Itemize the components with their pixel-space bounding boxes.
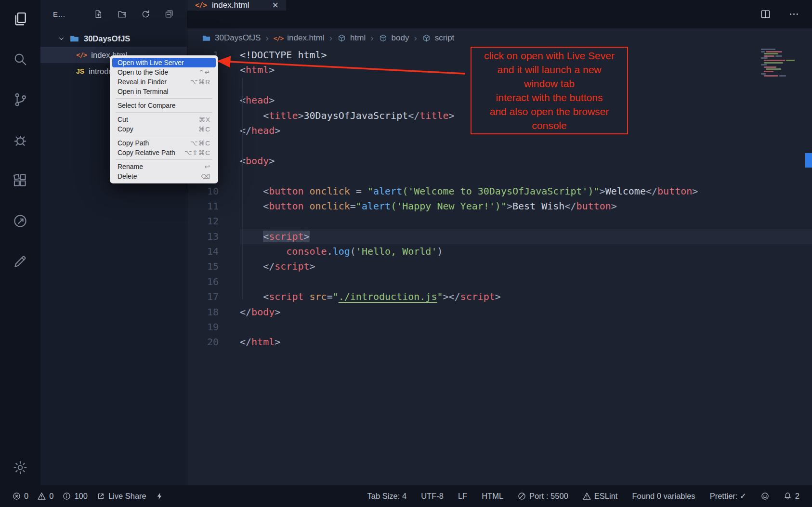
status-info-count[interactable]: 100 <box>63 492 88 501</box>
more-actions-button[interactable] <box>788 9 799 20</box>
new-file-button[interactable] <box>93 9 104 19</box>
code-line-9[interactable] <box>240 169 812 183</box>
code-token: title <box>269 110 298 121</box>
code-line-10[interactable]: <button onclick = "alert('Welcome to 30D… <box>240 184 812 199</box>
code-line-7[interactable] <box>240 138 812 153</box>
status-found-variables[interactable]: Found 0 variables <box>632 492 695 501</box>
line-number[interactable]: 10 <box>187 184 240 199</box>
code-token: </ <box>646 185 657 197</box>
minimap-bar <box>764 66 776 68</box>
line-number[interactable]: 17 <box>187 289 240 304</box>
code-token: script <box>269 231 303 242</box>
code-token <box>303 185 309 197</box>
breadcrumb-item-body[interactable]: body <box>379 33 409 43</box>
status-live-share[interactable]: Live Share <box>97 492 146 501</box>
menu-item-open-with-live-server[interactable]: Open with Live Server <box>112 58 216 67</box>
code-token: title <box>419 110 448 121</box>
code-token: </ <box>240 260 275 272</box>
menu-item-open-to-the-side[interactable]: Open to the Side⌃↵ <box>112 67 216 77</box>
breadcrumb-item-script[interactable]: script <box>422 33 455 43</box>
split-editor-button[interactable] <box>760 9 771 20</box>
status-problems-warnings[interactable]: 0 <box>38 492 53 501</box>
menu-item-copy[interactable]: Copy⌘C <box>112 124 216 134</box>
activity-search-button[interactable] <box>12 51 28 67</box>
breadcrumb: 30DaysOfJS›</>index.html›html›body›scrip… <box>187 28 812 48</box>
activity-pen-button[interactable] <box>12 253 28 270</box>
menu-item-copy-path[interactable]: Copy Path⌥⌘C <box>112 138 216 148</box>
breadcrumb-item-html[interactable]: html <box>337 33 366 43</box>
status-label: Prettier: ✓ <box>710 492 747 501</box>
line-number[interactable]: 11 <box>187 199 240 214</box>
code-line-14[interactable]: console.log('Hello, World') <box>240 244 812 259</box>
collapse-folders-button[interactable] <box>164 9 174 19</box>
line-number[interactable]: 14 <box>187 244 240 259</box>
search-icon <box>12 51 28 67</box>
code-line-13[interactable]: <script> <box>240 229 812 244</box>
status-tab-size[interactable]: Tab Size: 4 <box>367 492 407 501</box>
code-line-19[interactable] <box>240 320 812 335</box>
menu-item-select-for-compare[interactable]: Select for Compare <box>112 101 216 110</box>
code-line-11[interactable]: <button onclick="alert('Happy New Year!'… <box>240 199 812 214</box>
code-token: head <box>251 125 275 136</box>
status-eol[interactable]: LF <box>458 492 467 501</box>
status-eslint[interactable]: ESLint <box>583 492 618 501</box>
code-line-17[interactable]: <script src="./introduction.js"></script… <box>240 289 812 304</box>
line-number[interactable]: 20 <box>187 335 240 350</box>
code-line-18[interactable]: </body> <box>240 305 812 320</box>
menu-item-shortcut: ⌫ <box>201 172 210 180</box>
line-number[interactable]: 19 <box>187 320 240 335</box>
status-problems-errors[interactable]: 0 <box>13 492 28 501</box>
cube-icon <box>379 34 388 43</box>
activity-source-control-button[interactable] <box>12 91 28 108</box>
folder-item-30daysofjs[interactable]: 30DaysOfJS <box>40 30 187 47</box>
smiley-icon <box>761 492 769 500</box>
menu-item-rename[interactable]: Rename↩ <box>112 162 216 171</box>
code-line-15[interactable]: </script> <box>240 259 812 274</box>
code-line-8[interactable]: <body> <box>240 154 812 169</box>
line-number[interactable]: 13 <box>187 229 240 244</box>
code-token: ) <box>437 246 443 257</box>
code-token: log <box>333 246 350 257</box>
menu-item-delete[interactable]: Delete⌫ <box>112 171 216 181</box>
minimap[interactable] <box>761 49 804 78</box>
code-token: button <box>269 200 303 212</box>
status-live-server-port[interactable]: Port : 5500 <box>518 492 568 501</box>
activity-explorer-button[interactable] <box>12 11 28 27</box>
code-token: > <box>507 200 512 212</box>
line-number[interactable]: 12 <box>187 214 240 229</box>
status-notifications[interactable]: 2 <box>784 492 799 501</box>
line-number[interactable]: 16 <box>187 274 240 289</box>
breadcrumb-item-index-html[interactable]: </>index.html <box>274 33 325 43</box>
new-folder-button[interactable] <box>117 9 127 19</box>
code-line-12[interactable] <box>240 214 812 229</box>
menu-item-cut[interactable]: Cut⌘X <box>112 115 216 124</box>
overview-ruler-mark <box>805 153 812 168</box>
debug-icon <box>12 132 28 148</box>
menu-item-shortcut: ⌘X <box>198 116 210 123</box>
code-token: < <box>240 155 246 167</box>
status-encoding[interactable]: UTF-8 <box>421 492 444 501</box>
code-token: > <box>449 110 455 121</box>
menu-item-open-in-terminal[interactable]: Open in Terminal <box>112 87 216 96</box>
activity-live-share-button[interactable] <box>12 213 28 229</box>
status-label: Port : 5500 <box>529 492 568 501</box>
line-number[interactable]: 18 <box>187 305 240 320</box>
status-language-mode[interactable]: HTML <box>482 492 503 501</box>
code-token: ./introduction.js <box>339 291 437 302</box>
breadcrumb-item-30daysofjs[interactable]: 30DaysOfJS <box>202 33 261 43</box>
line-number[interactable]: 15 <box>187 259 240 274</box>
activity-debug-button[interactable] <box>12 132 28 148</box>
tab-index-html[interactable]: </>index.html× <box>187 0 286 11</box>
close-icon[interactable]: × <box>272 0 278 11</box>
activity-extensions-button[interactable] <box>12 172 28 189</box>
status-feedback[interactable] <box>761 492 769 500</box>
code-token <box>303 291 309 302</box>
menu-item-copy-relative-path[interactable]: Copy Relative Path⌥⇧⌘C <box>112 148 216 157</box>
status-code-runner[interactable] <box>156 492 164 500</box>
code-line-16[interactable] <box>240 274 812 289</box>
status-prettier[interactable]: Prettier: ✓ <box>710 492 747 501</box>
menu-item-reveal-in-finder[interactable]: Reveal in Finder⌥⌘R <box>112 77 216 87</box>
refresh-button[interactable] <box>141 9 151 19</box>
activity-settings-button[interactable] <box>12 459 28 476</box>
code-line-20[interactable]: </html> <box>240 335 812 350</box>
